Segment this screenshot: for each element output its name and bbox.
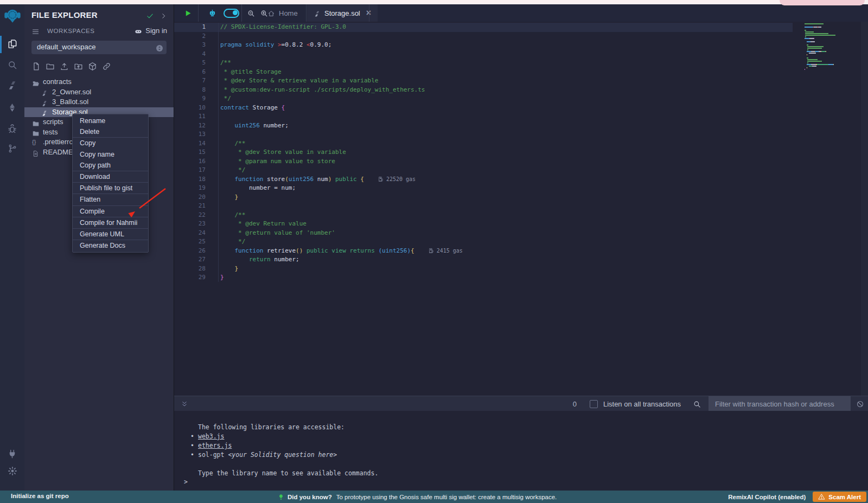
divider xyxy=(241,4,242,22)
clear-console-icon[interactable] xyxy=(856,399,864,409)
sidebar-item-file-explorer[interactable] xyxy=(0,36,24,52)
code-line-20[interactable]: 20 } xyxy=(174,193,868,202)
collapse-terminal-icon[interactable] xyxy=(181,399,188,409)
github-icon xyxy=(134,27,145,35)
zoom-out-icon[interactable] xyxy=(244,4,258,22)
code-line-28[interactable]: 28 } xyxy=(174,265,868,274)
run-script-button[interactable] xyxy=(180,4,196,22)
code-line-10[interactable]: 10contract Storage { xyxy=(174,104,868,113)
code-line-4[interactable]: 4 xyxy=(174,50,868,59)
link-icon[interactable] xyxy=(102,61,111,72)
sidebar-item-search[interactable] xyxy=(0,56,24,73)
context-menu-item-download[interactable]: Download xyxy=(73,171,148,182)
code-line-1[interactable]: 1// SPDX-License-Identifier: GPL-3.0 xyxy=(174,23,868,32)
context-menu-item-generate-docs[interactable]: Generate Docs xyxy=(73,240,148,251)
context-menu-item-copy-name[interactable]: Copy name xyxy=(73,149,148,160)
code-text: /** xyxy=(220,59,231,68)
tree-item-label: scripts xyxy=(43,117,63,127)
terminal-line: •web3.js xyxy=(174,432,868,441)
code-line-3[interactable]: 3pragma solidity >=0.8.2 <0.9.0; xyxy=(174,41,868,50)
sidebar-item-settings[interactable] xyxy=(0,463,24,479)
code-line-25[interactable]: 25 */ xyxy=(174,237,868,247)
new-file-icon[interactable] xyxy=(31,61,41,72)
box-icon[interactable] xyxy=(88,61,97,72)
context-menu-item-rename[interactable]: Rename xyxy=(73,115,148,126)
code-line-14[interactable]: 14 /** xyxy=(174,139,868,149)
line-number: 1 xyxy=(174,23,206,32)
editor-scrollbar[interactable] xyxy=(861,22,868,396)
code-line-12[interactable]: 12 uint256 number; xyxy=(174,121,868,131)
code-line-6[interactable]: 6 * @title Storage xyxy=(174,68,868,77)
code-text: * @title Storage xyxy=(220,68,282,77)
context-menu-item-copy[interactable]: Copy xyxy=(73,138,148,149)
sidebar-item-debugger[interactable] xyxy=(0,120,24,137)
upload-folder-icon[interactable] xyxy=(74,61,83,72)
line-number: 25 xyxy=(174,237,206,247)
code-line-27[interactable]: 27 return number; xyxy=(174,255,868,265)
code-text: */ xyxy=(220,166,245,175)
code-line-17[interactable]: 17 */ xyxy=(174,166,868,175)
copilot-toggle[interactable] xyxy=(222,4,240,22)
browser-edge-pill xyxy=(780,0,865,5)
chevron-right-icon[interactable] xyxy=(160,11,167,21)
hamburger-icon[interactable] xyxy=(31,27,40,36)
sidebar-item-solidity-compiler[interactable] xyxy=(0,77,24,93)
workspace-name: default_workspace xyxy=(37,43,95,51)
code-line-2[interactable]: 2 xyxy=(174,32,868,41)
code-line-13[interactable]: 13 xyxy=(174,130,868,139)
code-line-19[interactable]: 19 number = num; xyxy=(174,184,868,193)
code-line-26[interactable]: 26 function retrieve() public view retur… xyxy=(174,247,868,256)
code-line-9[interactable]: 9 */ xyxy=(174,94,868,104)
code-line-22[interactable]: 22 /** xyxy=(174,211,868,220)
gas-estimate: 22520 gas xyxy=(378,176,416,182)
context-menu-item-copy-path[interactable]: Copy path xyxy=(73,160,148,171)
tree-item-3-ballot-sol[interactable]: 3_Ballot.sol xyxy=(24,97,174,107)
code-line-21[interactable]: 21 xyxy=(174,202,868,211)
tab-home[interactable]: Home xyxy=(261,4,304,22)
context-menu-item-generate-uml[interactable]: Generate UML xyxy=(73,229,148,240)
line-number: 19 xyxy=(174,184,206,193)
transaction-filter-input[interactable] xyxy=(709,396,851,411)
code-line-8[interactable]: 8 * @custom:dev-run-script ./scripts/dep… xyxy=(174,86,868,95)
tab-storage-sol[interactable]: Storage.sol × xyxy=(307,4,378,22)
sign-in-button[interactable]: Sign in xyxy=(134,27,167,35)
new-folder-icon[interactable] xyxy=(46,61,55,72)
terminal-link[interactable]: ethers.js xyxy=(198,442,232,449)
code-line-29[interactable]: 29} xyxy=(174,273,868,282)
terminal-link[interactable]: web3.js xyxy=(198,433,224,440)
line-number: 12 xyxy=(174,121,206,131)
git-init-button[interactable]: Initialize as git repo xyxy=(11,493,69,499)
status-bar: Initialize as git repo Did you know? To … xyxy=(0,491,868,503)
sidebar-item-git[interactable] xyxy=(0,140,24,157)
code-text: // SPDX-License-Identifier: GPL-3.0 xyxy=(220,23,346,32)
code-line-5[interactable]: 5/** xyxy=(174,59,868,68)
editor-toolbar-tabbar: Home Storage.sol × xyxy=(174,4,868,22)
scam-alert-button[interactable]: Scam Alert xyxy=(813,492,866,502)
code-text: * @dev Return value xyxy=(220,220,307,229)
tree-item-2-owner-sol[interactable]: 2_Owner.sol xyxy=(24,87,174,98)
context-menu-item-delete[interactable]: Delete xyxy=(73,126,148,137)
remix-ai-icon[interactable] xyxy=(205,4,220,22)
sidebar-item-plugin-manager[interactable] xyxy=(0,446,24,462)
terminal-output[interactable]: The following libraries are accessible:•… xyxy=(174,411,868,491)
code-line-23[interactable]: 23 * @dev Return value xyxy=(174,220,868,229)
tree-item-contracts[interactable]: contracts xyxy=(24,77,174,87)
search-icon[interactable] xyxy=(693,399,701,409)
workspace-select[interactable]: default_workspace xyxy=(31,41,167,54)
terminal-toolbar: 0 Listen on all transactions xyxy=(174,396,868,411)
sidebar-item-deploy-run[interactable] xyxy=(0,99,24,115)
upload-file-icon[interactable] xyxy=(60,61,69,72)
context-menu-item-compile-for-nahmii[interactable]: Compile for Nahmii xyxy=(73,217,148,228)
terminal-prompt[interactable]: > xyxy=(184,478,188,486)
line-number: 22 xyxy=(174,211,206,220)
editor-minimap[interactable] xyxy=(805,23,861,70)
code-text: } xyxy=(220,193,238,202)
code-line-16[interactable]: 16 * @param num value to store xyxy=(174,157,868,166)
listen-checkbox[interactable] xyxy=(590,400,598,408)
code-line-24[interactable]: 24 * @return value of 'number' xyxy=(174,229,868,238)
code-line-7[interactable]: 7 * @dev Store & retrieve value in a var… xyxy=(174,76,868,86)
code-editor[interactable]: 1// SPDX-License-Identifier: GPL-3.023pr… xyxy=(174,22,868,396)
code-line-15[interactable]: 15 * @dev Store value in variable xyxy=(174,148,868,157)
code-line-11[interactable]: 11 xyxy=(174,112,868,121)
code-line-18[interactable]: 18 function store(uint256 num) public {2… xyxy=(174,175,868,184)
